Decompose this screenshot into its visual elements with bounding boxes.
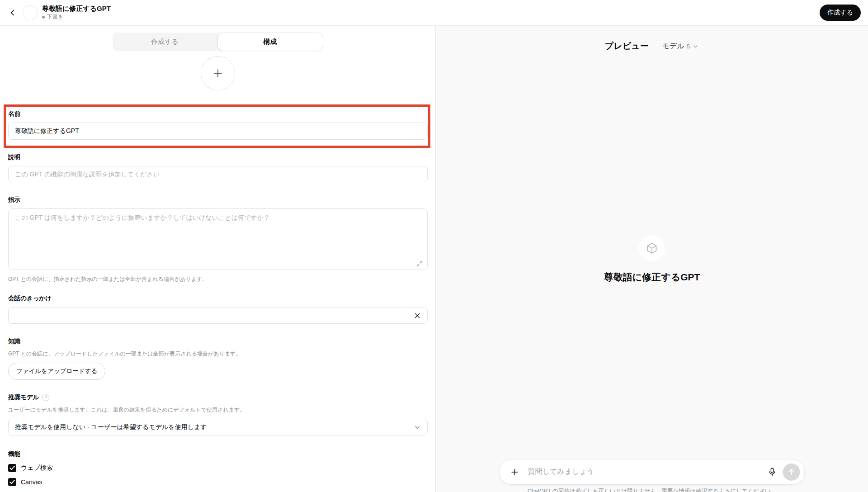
editor-panel: 作成する 構成 名前 説明 指示	[0, 26, 436, 492]
knowledge-label: 知識	[8, 337, 428, 345]
starter-input[interactable]	[9, 308, 407, 323]
gpt-preview-name: 尊敬語に修正するGPT	[604, 271, 700, 284]
gpt-config-form: 名前 説明 指示 GPT との会話に、指定された指示の一部または全部が含まれる場…	[8, 110, 428, 492]
app-header: 尊敬語に修正するGPT 下書き 作成する	[0, 0, 868, 26]
create-button[interactable]: 作成する	[820, 5, 861, 21]
chevron-down-icon	[692, 43, 699, 50]
instructions-label: 指示	[8, 196, 428, 204]
preview-gpt-identity: 尊敬語に修正するGPT	[436, 235, 868, 284]
arrow-up-icon	[787, 468, 796, 477]
capabilities-section: 機能 ウェブ検索 Canvas 画	[8, 450, 428, 492]
checkbox-checked-icon[interactable]	[8, 464, 16, 472]
expand-icon[interactable]	[416, 260, 423, 267]
name-label: 名前	[8, 110, 428, 118]
draft-dot-icon	[42, 16, 45, 19]
model-selector-label: モデル	[662, 42, 684, 51]
recommended-model-helper: ユーザーにモデルを推奨します。これは、最良の結果を得るためにデフォルトで使用され…	[8, 406, 428, 413]
model-selector[interactable]: モデル 5	[662, 42, 699, 51]
instructions-section: 指示 GPT との会話に、指定された指示の一部または全部が含まれる場合があります…	[8, 196, 428, 283]
tab-create[interactable]: 作成する	[113, 33, 217, 51]
avatar-upload-button[interactable]	[201, 56, 235, 90]
help-icon[interactable]: ?	[42, 394, 49, 401]
disclaimer-text: ChatGPT の回答は必ずしも正しいとは限りません。重要な情報は確認するように…	[436, 487, 868, 492]
model-version: 5	[687, 43, 690, 50]
checkbox-checked-icon[interactable]	[8, 478, 16, 486]
description-section: 説明	[8, 153, 428, 182]
name-input[interactable]	[8, 123, 428, 140]
capabilities-label: 機能	[8, 450, 428, 458]
mic-button[interactable]	[764, 464, 780, 480]
preview-title: プレビュー	[605, 40, 649, 52]
capability-label: ウェブ検索	[21, 464, 53, 472]
description-input[interactable]	[8, 166, 428, 182]
capability-label: Canvas	[21, 478, 42, 486]
capability-row-canvas: Canvas	[8, 478, 428, 486]
cube-icon	[645, 241, 659, 255]
preview-panel: プレビュー モデル 5 尊敬語に修正するGPT 質問してみましょう	[436, 26, 868, 492]
chat-input-bar[interactable]: 質問してみましょう	[499, 459, 805, 485]
preview-header: プレビュー モデル 5	[436, 40, 868, 52]
back-button[interactable]	[5, 5, 20, 20]
draft-status: 下書き	[42, 13, 111, 21]
editor-mode-tabs: 作成する 構成	[113, 33, 323, 51]
tab-configure[interactable]: 構成	[217, 33, 323, 51]
recommended-model-label-text: 推奨モデル	[8, 393, 39, 402]
recommended-model-select[interactable]: 推奨モデルを使用しない - ユーザーは希望するモデルを使用します	[8, 419, 428, 435]
close-icon	[414, 312, 420, 319]
knowledge-helper: GPT との会話に、アップロードしたファイルの一部または全部が表示される場合があ…	[8, 350, 428, 357]
send-button[interactable]	[783, 464, 800, 481]
description-label: 説明	[8, 153, 428, 161]
name-section: 名前	[8, 110, 428, 140]
gpt-preview-avatar	[639, 235, 665, 261]
knowledge-section: 知識 GPT との会話に、アップロードしたファイルの一部または全部が表示される場…	[8, 337, 428, 380]
header-title-block: 尊敬語に修正するGPT 下書き	[42, 5, 111, 21]
recommended-model-value: 推奨モデルを使用しない - ユーザーは希望するモデルを使用します	[15, 423, 414, 431]
starters-label: 会話のきっかけ	[8, 294, 428, 303]
attach-button[interactable]	[509, 464, 521, 480]
chevron-down-icon	[414, 424, 421, 431]
plus-icon	[212, 68, 223, 79]
main-split: 作成する 構成 名前 説明 指示	[0, 26, 868, 492]
upload-files-button[interactable]: ファイルをアップロードする	[8, 363, 105, 380]
chat-input-placeholder[interactable]: 質問してみましょう	[528, 467, 764, 477]
draft-status-label: 下書き	[47, 13, 63, 21]
instructions-textarea[interactable]	[8, 208, 428, 270]
gpt-avatar-placeholder[interactable]	[23, 5, 38, 20]
instructions-helper: GPT との会話に、指定された指示の一部または全部が含まれる場合があります。	[8, 275, 428, 283]
chevron-left-icon	[8, 8, 17, 17]
recommended-model-section: 推奨モデル ? ユーザーにモデルを推奨します。これは、最良の結果を得るためにデフ…	[8, 393, 428, 435]
plus-icon	[510, 467, 520, 477]
starter-clear-button[interactable]	[407, 308, 427, 323]
page-title: 尊敬語に修正するGPT	[42, 5, 111, 12]
recommended-model-label: 推奨モデル ?	[8, 393, 428, 402]
capability-row-web-search: ウェブ検索	[8, 464, 428, 472]
starters-section: 会話のきっかけ	[8, 294, 428, 324]
starter-input-group	[8, 307, 428, 324]
microphone-icon	[767, 467, 777, 477]
